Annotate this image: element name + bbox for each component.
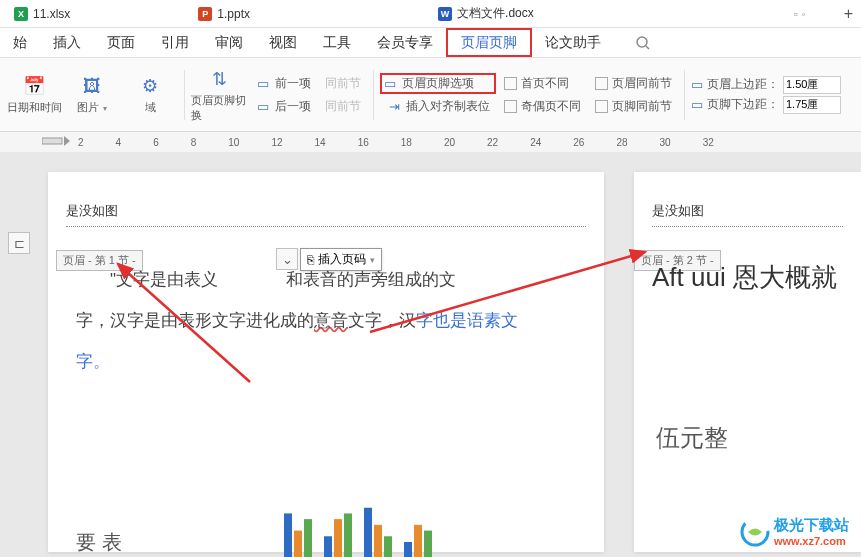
checkbox-icon — [504, 100, 517, 113]
tab-icon: ⇥ — [386, 98, 402, 114]
menu-review[interactable]: 审阅 — [202, 28, 256, 57]
watermark-url: www.xz7.com — [774, 535, 849, 547]
footer-margin-control: ▭ 页脚下边距： 1.75厘 — [691, 96, 841, 114]
next-button[interactable]: ▭后一项 — [249, 96, 317, 117]
horizontal-ruler[interactable]: 2 4 6 8 10 12 14 16 18 20 22 24 26 28 30… — [0, 132, 861, 152]
pptx-icon: P — [198, 7, 212, 21]
window-controls-icon[interactable]: ▫ ◦ — [794, 7, 806, 21]
docx-icon: W — [438, 7, 452, 21]
prev-button[interactable]: ▭前一项 — [249, 73, 317, 94]
ruler-mark: 10 — [228, 137, 239, 148]
prev-icon: ▭ — [255, 75, 271, 91]
header-same-prev-checkbox[interactable]: 页眉同前节 — [589, 73, 678, 94]
file-tabs-bar: X 11.xlsx P 1.pptx W 文档文件.docx ▫ ◦ + — [0, 0, 861, 28]
separator — [184, 70, 185, 120]
document-canvas[interactable]: ⊏ 是没如图 页眉 - 第 1 节 - ⌄ ⎘ 插入页码 ▾ 空空"文字是由表义… — [0, 152, 861, 557]
first-page-diff-checkbox[interactable]: 首页不同 — [498, 73, 587, 94]
header-text: 是没如图 — [66, 203, 118, 218]
separator — [684, 70, 685, 120]
tab-label: 1.pptx — [217, 7, 250, 21]
page-2: 是没如图 页眉 - 第 2 节 - Aft uui 恩大概就 伍元整 — [634, 172, 861, 552]
watermark: 极光下载站 www.xz7.com — [740, 516, 849, 547]
body-text-page2: Aft uui 恩大概就 — [652, 260, 837, 295]
menu-vip[interactable]: 会员专享 — [364, 28, 446, 57]
image-icon: 🖼 — [80, 74, 104, 98]
file-tab-docx[interactable]: W 文档文件.docx — [424, 0, 548, 27]
svg-rect-14 — [414, 525, 422, 557]
options-icon: ▭ — [382, 75, 398, 91]
datetime-button[interactable]: 📅 日期和时间 — [6, 65, 62, 125]
field-icon: ⚙ — [138, 74, 162, 98]
tab-label: 文档文件.docx — [457, 5, 534, 22]
separator — [373, 70, 374, 120]
indent-marker-icon[interactable] — [42, 134, 72, 148]
svg-rect-10 — [364, 508, 372, 557]
header-text: 是没如图 — [652, 203, 704, 218]
header-zone-2[interactable]: 是没如图 — [652, 202, 843, 227]
menu-tools[interactable]: 工具 — [310, 28, 364, 57]
svg-marker-3 — [64, 136, 70, 146]
margin-icon: ▭ — [691, 77, 703, 92]
svg-rect-7 — [324, 536, 332, 557]
field-button[interactable]: ⚙ 域 — [122, 65, 178, 125]
next-icon: ▭ — [255, 98, 271, 114]
footer-same-prev-checkbox[interactable]: 页脚同前节 — [589, 96, 678, 117]
ruler-mark: 32 — [703, 137, 714, 148]
menu-bar: 始 插入 页面 引用 审阅 视图 工具 会员专享 页眉页脚 论文助手 — [0, 28, 861, 58]
menu-ref[interactable]: 引用 — [148, 28, 202, 57]
svg-line-1 — [646, 46, 649, 49]
margin-icon: ▭ — [691, 97, 703, 112]
odd-even-diff-checkbox[interactable]: 奇偶页不同 — [498, 96, 587, 117]
ruler-mark: 14 — [315, 137, 326, 148]
switch-icon: ⇅ — [207, 67, 231, 91]
xlsx-icon: X — [14, 7, 28, 21]
tab-stop-selector[interactable]: ⊏ — [8, 232, 30, 254]
page-1: 是没如图 页眉 - 第 1 节 - ⌄ ⎘ 插入页码 ▾ 空空"文字是由表义空空… — [48, 172, 604, 552]
ruler-mark: 22 — [487, 137, 498, 148]
search-icon[interactable] — [622, 28, 664, 57]
ruler-mark: 2 — [78, 137, 84, 148]
svg-rect-5 — [294, 531, 302, 557]
menu-thesis[interactable]: 论文助手 — [532, 28, 614, 57]
ruler-mark: 20 — [444, 137, 455, 148]
calendar-icon: 📅 — [22, 74, 46, 98]
ruler-mark: 26 — [573, 137, 584, 148]
svg-rect-4 — [284, 513, 292, 557]
tab-label: 11.xlsx — [33, 7, 70, 21]
svg-rect-8 — [334, 519, 342, 557]
file-tab-pptx[interactable]: P 1.pptx — [184, 0, 264, 27]
svg-rect-6 — [304, 519, 312, 557]
ruler-mark: 4 — [116, 137, 122, 148]
file-tab-xlsx[interactable]: X 11.xlsx — [0, 0, 84, 27]
header-zone-1[interactable]: 是没如图 — [66, 202, 586, 227]
ruler-mark: 8 — [191, 137, 197, 148]
footer-margin-input[interactable]: 1.75厘 — [783, 96, 841, 114]
ruler-mark: 24 — [530, 137, 541, 148]
menu-page[interactable]: 页面 — [94, 28, 148, 57]
picture-button[interactable]: 🖼 图片 ▾ — [64, 65, 120, 125]
svg-rect-13 — [404, 542, 412, 557]
checkbox-icon — [595, 100, 608, 113]
chart-bars — [278, 492, 448, 557]
svg-point-0 — [637, 37, 647, 47]
new-tab-button[interactable]: + — [836, 5, 861, 23]
header-margin-control: ▭ 页眉上边距： 1.50厘 — [691, 76, 841, 94]
svg-rect-9 — [344, 513, 352, 557]
insert-align-tab-button[interactable]: ⇥插入对齐制表位 — [380, 96, 496, 117]
body-text-page1: 空空"文字是由表义空空空空和表音的声旁组成的文 字，汉字是由表形文字进化成的意音… — [76, 260, 576, 382]
watermark-name: 极光下载站 — [774, 516, 849, 535]
hf-options-button[interactable]: ▭页眉页脚选项 — [380, 73, 496, 94]
menu-view[interactable]: 视图 — [256, 28, 310, 57]
header-margin-input[interactable]: 1.50厘 — [783, 76, 841, 94]
sub-numeral: 伍元整 — [656, 422, 728, 454]
menu-insert[interactable]: 插入 — [40, 28, 94, 57]
ruler-mark: 28 — [616, 137, 627, 148]
menu-header-footer[interactable]: 页眉页脚 — [446, 28, 532, 57]
ruler-mark: 16 — [358, 137, 369, 148]
ruler-mark: 12 — [271, 137, 282, 148]
svg-rect-12 — [384, 536, 392, 557]
menu-start[interactable]: 始 — [0, 28, 40, 57]
ribbon-toolbar: 📅 日期和时间 🖼 图片 ▾ ⚙ 域 ⇅ 页眉页脚切换 ▭前一项 ▭后一项 同前… — [0, 58, 861, 132]
hf-switch-button[interactable]: ⇅ 页眉页脚切换 — [191, 65, 247, 125]
svg-rect-11 — [374, 525, 382, 557]
